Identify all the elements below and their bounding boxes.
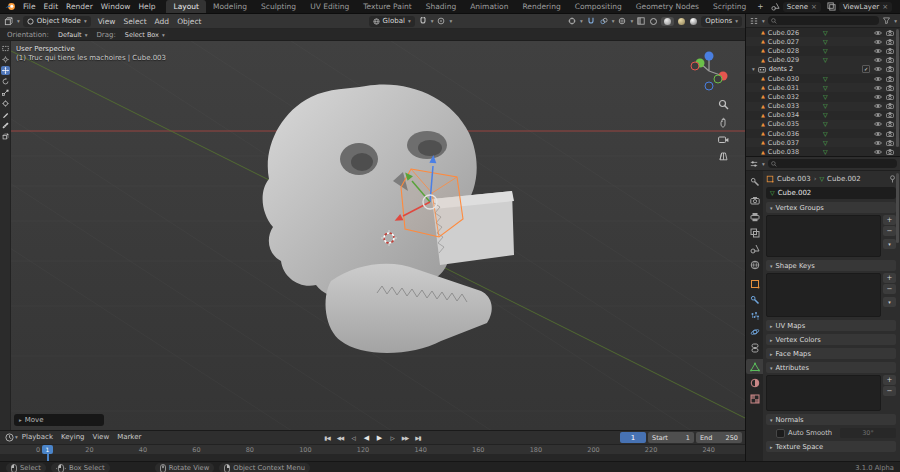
viewport-3d[interactable]: User Perspective (1) Truc qui tiens les … — [11, 41, 745, 430]
timeline-menu[interactable]: Keying — [57, 433, 89, 441]
hide-eye-icon[interactable] — [874, 30, 882, 36]
frame-end-field[interactable]: End 250 — [696, 432, 742, 443]
camera-view-icon[interactable] — [718, 135, 729, 144]
tool-annotate[interactable] — [1, 110, 10, 119]
render-visibility-icon[interactable] — [886, 30, 894, 36]
workspace-tab[interactable]: Compositing — [568, 0, 629, 13]
play-button[interactable]: ▶ — [373, 432, 385, 443]
vertex-group-add-button[interactable]: + — [883, 215, 896, 225]
timeline-menu[interactable]: View — [89, 433, 114, 441]
hide-eye-icon[interactable] — [874, 39, 882, 45]
timeline-menu[interactable]: Playback — [18, 433, 57, 441]
navigation-gizmo[interactable] — [687, 49, 731, 93]
props-tab-render[interactable] — [746, 193, 763, 208]
tool-select-box[interactable] — [1, 44, 10, 53]
prev-keyframe-button[interactable]: ◀◀ — [334, 432, 346, 443]
hide-eye-icon[interactable] — [874, 140, 882, 146]
operator-panel[interactable]: ▸ Move — [14, 414, 104, 426]
pivot-point-icon[interactable] — [567, 17, 577, 25]
next-frame-button[interactable]: ▷ — [386, 432, 398, 443]
outliner-item[interactable]: ▲ Cube.034 ▽ — [746, 111, 900, 120]
render-visibility-icon[interactable] — [886, 149, 894, 155]
snap-icon[interactable] — [586, 17, 596, 25]
viewport-menu[interactable]: View — [94, 17, 120, 26]
workspace-tab[interactable]: Shading — [419, 0, 463, 13]
panel-vertex-groups[interactable]: ▾ Vertex Groups — [766, 202, 896, 213]
move-view-hand-icon[interactable] — [718, 117, 729, 128]
workspace-tab[interactable]: UV Editing — [303, 0, 356, 13]
viewlayer-remove-icon[interactable]: × — [882, 3, 888, 11]
hide-eye-icon[interactable] — [874, 131, 882, 137]
playhead-label[interactable]: 1 — [42, 445, 53, 454]
panel-uv-maps[interactable]: ▸ UV Maps — [766, 320, 896, 331]
outliner-editor-icon[interactable] — [749, 17, 759, 25]
shape-key-add-button[interactable]: + — [883, 273, 896, 283]
topbar-menu[interactable]: File — [19, 0, 40, 13]
topbar-menu[interactable]: Render — [62, 0, 97, 13]
outliner-item[interactable]: ▲ Cube.038 ▽ — [746, 147, 900, 156]
outliner-scrollbar[interactable] — [896, 29, 899, 147]
hide-eye-icon[interactable] — [874, 94, 882, 100]
tool-transform[interactable] — [1, 99, 10, 108]
props-tab-output[interactable] — [746, 209, 763, 224]
topbar-menu[interactable]: Window — [97, 0, 135, 13]
shading-material-icon[interactable] — [677, 18, 686, 25]
hide-eye-icon[interactable] — [874, 48, 882, 54]
render-visibility-icon[interactable] — [886, 57, 894, 63]
workspace-tab[interactable]: Scripting — [706, 0, 753, 13]
outliner-item[interactable]: ▲ Cube.028 ▽ — [746, 46, 900, 55]
collection-checkbox[interactable]: ✓ — [862, 65, 870, 73]
jump-to-end-button[interactable]: ▶▮ — [412, 432, 424, 443]
hide-eye-icon[interactable] — [874, 76, 882, 82]
breadcrumb-data[interactable]: Cube.002 — [827, 175, 861, 183]
properties-scrollbar[interactable] — [896, 173, 899, 243]
tool-cursor[interactable] — [1, 55, 10, 64]
hide-eye-icon[interactable] — [874, 57, 882, 63]
props-tab-world[interactable] — [746, 257, 763, 272]
next-keyframe-button[interactable]: ▶▶ — [399, 432, 411, 443]
props-tab-constraints[interactable] — [746, 340, 763, 355]
breadcrumb-object[interactable]: Cube.003 — [777, 175, 811, 183]
shape-key-remove-button[interactable]: − — [883, 284, 896, 294]
hide-eye-icon[interactable] — [874, 85, 882, 91]
shading-solid-icon[interactable] — [661, 17, 674, 26]
workspace-tab[interactable]: Sculpting — [254, 0, 303, 13]
tool-rotate[interactable] — [1, 77, 10, 86]
shading-rendered-icon[interactable] — [689, 18, 698, 25]
gizmos-toggle-icon[interactable] — [599, 17, 609, 25]
outliner-item[interactable]: ▲ Cube.029 ▽ — [746, 56, 900, 65]
proportional-edit-icon[interactable] — [436, 17, 446, 25]
tool-add-cube[interactable] — [1, 132, 10, 141]
jump-to-start-button[interactable]: ▮◀ — [321, 432, 333, 443]
props-tab-material[interactable] — [746, 375, 763, 390]
tool-measure[interactable] — [1, 121, 10, 130]
workspace-tab[interactable]: Modeling — [206, 0, 254, 13]
add-workspace-button[interactable]: + — [753, 0, 767, 13]
panel-face-maps[interactable]: ▸ Face Maps — [766, 348, 896, 359]
workspace-tab[interactable]: Rendering — [515, 0, 567, 13]
timeline-editor-icon[interactable] — [4, 433, 15, 442]
pin-icon[interactable] — [889, 175, 896, 183]
scene-unlink-icon[interactable]: × — [811, 3, 817, 11]
outliner-item[interactable]: ▲ Cube.031 ▽ — [746, 83, 900, 92]
panel-attributes[interactable]: ▾ Attributes — [766, 362, 896, 373]
outliner-item[interactable]: ▲ Cube.027 ▽ — [746, 37, 900, 46]
transform-orientation-dropdown[interactable]: Global ▾ — [369, 16, 415, 27]
attribute-remove-button[interactable]: − — [883, 386, 896, 396]
properties-editor-icon[interactable] — [749, 160, 759, 168]
render-visibility-icon[interactable] — [886, 131, 894, 137]
outliner-item[interactable]: ▲ Cube.026 ▽ — [746, 28, 900, 37]
outliner-item[interactable]: ▲ Cube.037 ▽ — [746, 138, 900, 147]
workspace-tab[interactable]: Geometry Nodes — [629, 0, 706, 13]
shading-wireframe-icon[interactable] — [649, 18, 658, 25]
panel-texture-space[interactable]: ▸ Texture Space — [766, 441, 896, 452]
viewlayer-selector[interactable]: ViewLayer × — [826, 2, 892, 12]
filter-icon[interactable] — [882, 17, 891, 24]
panel-vertex-colors[interactable]: ▸ Vertex Colors — [766, 334, 896, 345]
drag-dropdown[interactable]: Select Box ▾ — [121, 30, 169, 39]
props-tab-object[interactable] — [746, 276, 763, 291]
zoom-icon[interactable] — [718, 99, 729, 110]
current-frame-field[interactable]: 1 — [620, 432, 646, 443]
props-tab-physics[interactable] — [746, 324, 763, 339]
frame-start-field[interactable]: Start 1 — [648, 432, 694, 443]
